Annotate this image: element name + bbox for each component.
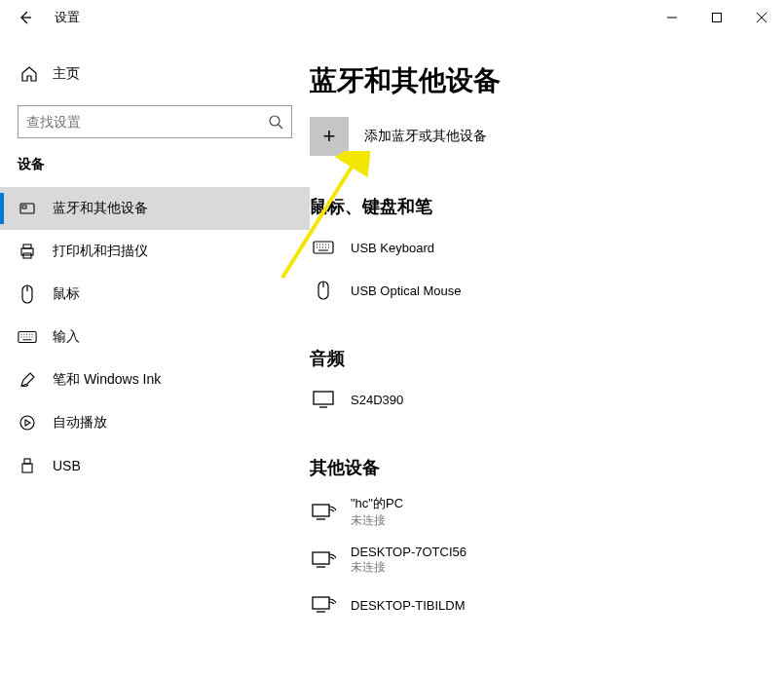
svg-rect-0 <box>713 14 722 22</box>
svg-rect-24 <box>314 392 333 404</box>
device-item[interactable]: S24D390 <box>310 380 765 423</box>
sidebar-item-label: 鼠标 <box>53 285 80 303</box>
home-icon <box>19 64 39 84</box>
svg-rect-16 <box>22 464 32 472</box>
sidebar-item-label: 蓝牙和其他设备 <box>53 200 148 217</box>
svg-rect-28 <box>313 552 329 564</box>
add-device-button[interactable]: + <box>310 117 349 156</box>
sidebar-item-4[interactable]: 笔和 Windows Ink <box>0 358 310 401</box>
device-item[interactable]: USB Keyboard <box>310 228 765 271</box>
sidebar-item-label: 笔和 Windows Ink <box>53 371 161 389</box>
sidebar-item-1[interactable]: 打印机和扫描仪 <box>0 230 310 273</box>
device-item[interactable]: USB Optical Mouse <box>310 271 765 314</box>
search-icon <box>268 114 283 130</box>
autoplay-icon <box>18 413 37 433</box>
sidebar-item-label: 输入 <box>53 328 80 346</box>
bluetooth-device-icon <box>18 199 37 218</box>
mouse-icon <box>18 284 37 304</box>
device-name: S24D390 <box>351 393 403 407</box>
device-status: 未连接 <box>351 512 403 529</box>
device-item[interactable]: DESKTOP-7OTCI56未连接 <box>310 539 765 585</box>
sidebar-item-5[interactable]: 自动播放 <box>0 401 310 444</box>
back-button[interactable] <box>12 4 39 31</box>
svg-rect-3 <box>22 206 26 208</box>
keyboard-icon <box>18 327 37 347</box>
window-title: 设置 <box>55 9 80 26</box>
usb-icon <box>18 456 37 475</box>
svg-rect-26 <box>313 505 329 516</box>
page-title: 蓝牙和其他设备 <box>310 62 765 99</box>
minimize-button[interactable] <box>650 2 694 33</box>
device-name: DESKTOP-7OTCI56 <box>351 545 467 559</box>
home-label: 主页 <box>53 65 80 83</box>
pc-wifi-icon <box>310 499 337 526</box>
device-item[interactable]: DESKTOP-TIBILDM <box>310 585 765 628</box>
section-title-1: 音频 <box>310 347 765 370</box>
section-title-0: 鼠标、键盘和笔 <box>310 195 765 218</box>
section-title-2: 其他设备 <box>310 456 765 479</box>
mouse-icon <box>310 277 337 304</box>
plus-icon: + <box>323 124 336 149</box>
sidebar-item-label: 打印机和扫描仪 <box>53 243 148 260</box>
close-button[interactable] <box>739 2 784 33</box>
sidebar-item-0[interactable]: 蓝牙和其他设备 <box>0 187 310 230</box>
sidebar-item-label: USB <box>53 458 81 473</box>
add-device-row[interactable]: + 添加蓝牙或其他设备 <box>310 117 765 156</box>
home-link[interactable]: 主页 <box>0 58 310 97</box>
maximize-icon <box>712 13 722 22</box>
add-device-label: 添加蓝牙或其他设备 <box>364 128 487 145</box>
printer-icon <box>18 242 37 261</box>
svg-rect-15 <box>24 459 30 464</box>
device-name: DESKTOP-TIBILDM <box>351 598 466 613</box>
back-arrow-icon <box>18 10 33 25</box>
sidebar-item-2[interactable]: 鼠标 <box>0 273 310 316</box>
svg-rect-5 <box>23 245 31 248</box>
device-item[interactable]: "hc"的PC未连接 <box>310 489 765 539</box>
keyboard-icon <box>310 234 337 261</box>
pen-icon <box>18 370 37 390</box>
monitor-icon <box>310 386 337 413</box>
device-name: "hc"的PC <box>351 495 403 512</box>
sidebar-item-3[interactable]: 输入 <box>0 316 310 358</box>
device-status: 未连接 <box>351 559 467 576</box>
pc-wifi-icon <box>310 591 337 619</box>
svg-point-1 <box>270 116 280 126</box>
maximize-button[interactable] <box>694 2 739 33</box>
pc-wifi-icon <box>310 546 337 574</box>
sidebar-category: 设备 <box>0 154 310 187</box>
svg-point-14 <box>20 416 34 430</box>
search-input[interactable] <box>26 114 268 130</box>
minimize-icon <box>667 13 677 22</box>
svg-rect-30 <box>313 597 329 609</box>
close-icon <box>757 13 766 22</box>
device-name: USB Optical Mouse <box>351 283 461 298</box>
search-input-container[interactable] <box>18 105 292 138</box>
sidebar-item-6[interactable]: USB <box>0 444 310 487</box>
device-name: USB Keyboard <box>351 241 434 255</box>
sidebar-item-label: 自动播放 <box>53 414 107 432</box>
